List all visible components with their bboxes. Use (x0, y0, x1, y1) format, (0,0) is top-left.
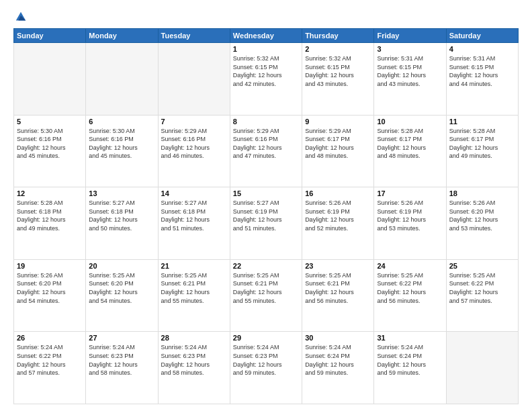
day-number: 12 (17, 189, 83, 197)
day-number: 20 (89, 262, 154, 270)
day-number: 27 (89, 334, 154, 342)
calendar-cell: 6Sunrise: 5:30 AM Sunset: 6:16 PM Daylig… (86, 115, 158, 187)
day-info: Sunrise: 5:24 AM Sunset: 6:22 PM Dayligh… (17, 343, 83, 377)
day-info: Sunrise: 5:25 AM Sunset: 6:21 PM Dayligh… (161, 271, 227, 305)
day-info: Sunrise: 5:24 AM Sunset: 6:24 PM Dayligh… (305, 343, 371, 377)
day-number: 26 (17, 334, 83, 342)
day-info: Sunrise: 5:31 AM Sunset: 6:15 PM Dayligh… (449, 54, 515, 88)
calendar-cell: 15Sunrise: 5:27 AM Sunset: 6:19 PM Dayli… (230, 187, 302, 260)
day-number: 14 (161, 189, 227, 197)
calendar-cell: 16Sunrise: 5:26 AM Sunset: 6:19 PM Dayli… (302, 187, 374, 260)
day-info: Sunrise: 5:24 AM Sunset: 6:23 PM Dayligh… (233, 343, 299, 377)
calendar-cell: 12Sunrise: 5:28 AM Sunset: 6:18 PM Dayli… (14, 187, 86, 260)
day-info: Sunrise: 5:28 AM Sunset: 6:17 PM Dayligh… (449, 127, 515, 161)
calendar-cell: 21Sunrise: 5:25 AM Sunset: 6:21 PM Dayli… (158, 259, 230, 332)
day-info: Sunrise: 5:24 AM Sunset: 6:24 PM Dayligh… (377, 343, 443, 377)
calendar-cell: 30Sunrise: 5:24 AM Sunset: 6:24 PM Dayli… (302, 332, 374, 404)
day-number: 13 (89, 189, 154, 197)
calendar-cell: 17Sunrise: 5:26 AM Sunset: 6:19 PM Dayli… (374, 187, 446, 260)
calendar-cell: 7Sunrise: 5:29 AM Sunset: 6:16 PM Daylig… (158, 115, 230, 187)
day-info: Sunrise: 5:25 AM Sunset: 6:22 PM Dayligh… (377, 271, 443, 305)
calendar-week-row: 19Sunrise: 5:26 AM Sunset: 6:20 PM Dayli… (14, 259, 519, 332)
logo (13, 11, 27, 23)
day-number: 30 (305, 334, 371, 342)
calendar-cell: 26Sunrise: 5:24 AM Sunset: 6:22 PM Dayli… (14, 332, 86, 404)
day-number: 19 (17, 262, 83, 270)
calendar-header-thursday: Thursday (302, 29, 374, 43)
calendar-header-tuesday: Tuesday (158, 29, 230, 43)
calendar-cell: 14Sunrise: 5:27 AM Sunset: 6:18 PM Dayli… (158, 187, 230, 260)
day-number: 16 (305, 189, 371, 197)
day-number: 4 (449, 45, 515, 53)
calendar-cell: 19Sunrise: 5:26 AM Sunset: 6:20 PM Dayli… (14, 259, 86, 332)
day-info: Sunrise: 5:25 AM Sunset: 6:20 PM Dayligh… (89, 271, 154, 305)
calendar-week-row: 1Sunrise: 5:32 AM Sunset: 6:15 PM Daylig… (14, 43, 519, 116)
calendar-cell: 22Sunrise: 5:25 AM Sunset: 6:21 PM Dayli… (230, 259, 302, 332)
day-info: Sunrise: 5:26 AM Sunset: 6:19 PM Dayligh… (305, 199, 371, 232)
calendar-cell: 27Sunrise: 5:24 AM Sunset: 6:23 PM Dayli… (86, 332, 158, 404)
day-info: Sunrise: 5:25 AM Sunset: 6:21 PM Dayligh… (305, 271, 371, 305)
day-number: 23 (305, 262, 371, 270)
day-info: Sunrise: 5:28 AM Sunset: 6:17 PM Dayligh… (377, 127, 443, 161)
day-number: 6 (89, 118, 154, 126)
calendar-cell (158, 43, 230, 116)
calendar-week-row: 12Sunrise: 5:28 AM Sunset: 6:18 PM Dayli… (14, 187, 519, 260)
day-number: 18 (449, 189, 515, 197)
calendar-cell: 28Sunrise: 5:24 AM Sunset: 6:23 PM Dayli… (158, 332, 230, 404)
day-info: Sunrise: 5:26 AM Sunset: 6:20 PM Dayligh… (17, 271, 83, 305)
day-info: Sunrise: 5:24 AM Sunset: 6:23 PM Dayligh… (161, 343, 227, 377)
day-number: 31 (377, 334, 443, 342)
calendar-table: SundayMondayTuesdayWednesdayThursdayFrid… (13, 28, 519, 404)
day-info: Sunrise: 5:29 AM Sunset: 6:17 PM Dayligh… (305, 127, 371, 161)
calendar-cell: 18Sunrise: 5:26 AM Sunset: 6:20 PM Dayli… (446, 187, 518, 260)
day-info: Sunrise: 5:26 AM Sunset: 6:19 PM Dayligh… (377, 199, 443, 232)
day-info: Sunrise: 5:32 AM Sunset: 6:15 PM Dayligh… (305, 54, 371, 88)
day-number: 7 (161, 118, 227, 126)
day-number: 25 (449, 262, 515, 270)
day-number: 5 (17, 118, 83, 126)
day-number: 8 (233, 118, 299, 126)
day-info: Sunrise: 5:26 AM Sunset: 6:20 PM Dayligh… (449, 199, 515, 232)
calendar-cell: 9Sunrise: 5:29 AM Sunset: 6:17 PM Daylig… (302, 115, 374, 187)
calendar-cell (446, 332, 518, 404)
calendar-week-row: 26Sunrise: 5:24 AM Sunset: 6:22 PM Dayli… (14, 332, 519, 404)
calendar-cell: 2Sunrise: 5:32 AM Sunset: 6:15 PM Daylig… (302, 43, 374, 116)
day-number: 10 (377, 118, 443, 126)
day-info: Sunrise: 5:30 AM Sunset: 6:16 PM Dayligh… (17, 127, 83, 161)
calendar-cell: 23Sunrise: 5:25 AM Sunset: 6:21 PM Dayli… (302, 259, 374, 332)
day-info: Sunrise: 5:29 AM Sunset: 6:16 PM Dayligh… (161, 127, 227, 161)
calendar-cell: 1Sunrise: 5:32 AM Sunset: 6:15 PM Daylig… (230, 43, 302, 116)
calendar-cell (14, 43, 86, 116)
day-number: 21 (161, 262, 227, 270)
calendar-cell: 3Sunrise: 5:31 AM Sunset: 6:15 PM Daylig… (374, 43, 446, 116)
calendar-cell: 20Sunrise: 5:25 AM Sunset: 6:20 PM Dayli… (86, 259, 158, 332)
calendar-header-row: SundayMondayTuesdayWednesdayThursdayFrid… (14, 29, 519, 43)
day-number: 3 (377, 45, 443, 53)
day-info: Sunrise: 5:27 AM Sunset: 6:18 PM Dayligh… (161, 199, 227, 232)
logo-icon (15, 11, 27, 23)
calendar-cell: 13Sunrise: 5:27 AM Sunset: 6:18 PM Dayli… (86, 187, 158, 260)
calendar-cell: 4Sunrise: 5:31 AM Sunset: 6:15 PM Daylig… (446, 43, 518, 116)
day-number: 2 (305, 45, 371, 53)
day-number: 28 (161, 334, 227, 342)
day-number: 9 (305, 118, 371, 126)
calendar-cell: 29Sunrise: 5:24 AM Sunset: 6:23 PM Dayli… (230, 332, 302, 404)
calendar-cell (86, 43, 158, 116)
day-info: Sunrise: 5:28 AM Sunset: 6:18 PM Dayligh… (17, 199, 83, 232)
day-info: Sunrise: 5:31 AM Sunset: 6:15 PM Dayligh… (377, 54, 443, 88)
calendar-cell: 11Sunrise: 5:28 AM Sunset: 6:17 PM Dayli… (446, 115, 518, 187)
day-number: 17 (377, 189, 443, 197)
page: SundayMondayTuesdayWednesdayThursdayFrid… (0, 0, 532, 411)
day-number: 15 (233, 189, 299, 197)
day-info: Sunrise: 5:32 AM Sunset: 6:15 PM Dayligh… (233, 54, 299, 88)
calendar-cell: 5Sunrise: 5:30 AM Sunset: 6:16 PM Daylig… (14, 115, 86, 187)
calendar-cell: 10Sunrise: 5:28 AM Sunset: 6:17 PM Dayli… (374, 115, 446, 187)
header (13, 11, 519, 23)
day-info: Sunrise: 5:25 AM Sunset: 6:21 PM Dayligh… (233, 271, 299, 305)
day-info: Sunrise: 5:25 AM Sunset: 6:22 PM Dayligh… (449, 271, 515, 305)
calendar-header-friday: Friday (374, 29, 446, 43)
day-info: Sunrise: 5:27 AM Sunset: 6:18 PM Dayligh… (89, 199, 154, 232)
calendar-header-saturday: Saturday (446, 29, 518, 43)
calendar-cell: 25Sunrise: 5:25 AM Sunset: 6:22 PM Dayli… (446, 259, 518, 332)
day-number: 22 (233, 262, 299, 270)
